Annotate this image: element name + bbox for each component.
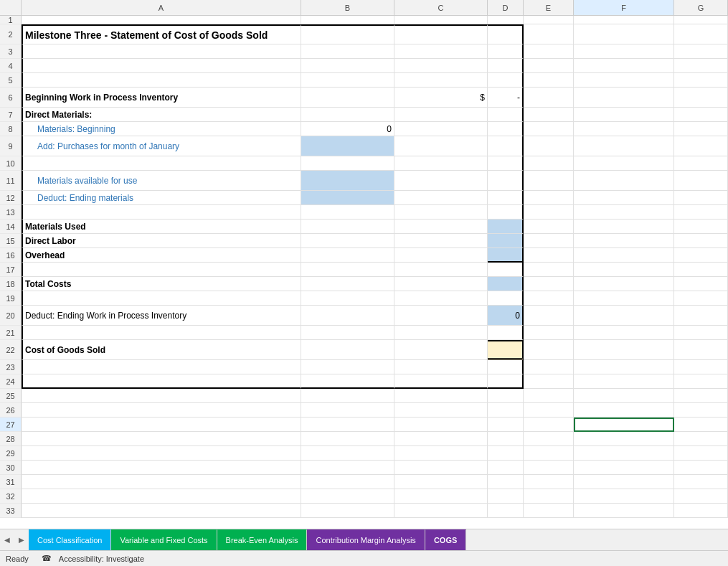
cell-c4[interactable] [394,59,488,73]
cell-e22[interactable] [524,340,574,360]
cell-g17[interactable] [674,263,728,277]
cell-a22[interactable]: Cost of Goods Sold [22,340,301,360]
cell-f12[interactable] [574,191,674,205]
cell-b17[interactable] [301,263,394,277]
cell-b19[interactable] [301,291,394,306]
cell-f8[interactable] [574,122,674,136]
cell-b15[interactable] [301,234,394,248]
cell-e30[interactable] [524,461,574,475]
cell-d32[interactable] [488,489,524,504]
cell-g15[interactable] [674,234,728,248]
cell-a10[interactable] [22,156,301,171]
cell-d5[interactable] [488,73,524,88]
cell-f18[interactable] [574,277,674,291]
cell-f24[interactable] [574,374,674,389]
cell-g25[interactable] [674,389,728,403]
cell-g30[interactable] [674,461,728,475]
col-header-e[interactable]: E [524,0,574,15]
cell-d31[interactable] [488,475,524,489]
cell-c26[interactable] [394,403,488,418]
cell-e2[interactable] [524,24,574,44]
cell-b26[interactable] [301,403,394,418]
cell-d11[interactable] [488,171,524,191]
cell-g13[interactable] [674,205,728,220]
cell-c17[interactable] [394,263,488,277]
cell-d22[interactable] [488,340,524,360]
cell-g33[interactable] [674,504,728,518]
cell-f30[interactable] [574,461,674,475]
col-header-g[interactable]: G [674,0,728,15]
cell-a29[interactable] [22,446,301,461]
cell-g29[interactable] [674,446,728,461]
cell-b27[interactable] [301,418,394,432]
col-header-c[interactable]: C [394,0,488,15]
cell-e1[interactable] [524,16,574,24]
col-header-d[interactable]: D [488,0,524,15]
cell-e8[interactable] [524,122,574,136]
cell-c3[interactable] [394,44,488,59]
cell-d23[interactable] [488,360,524,374]
cell-e11[interactable] [524,171,574,191]
cell-c30[interactable] [394,461,488,475]
cell-a26[interactable] [22,403,301,418]
cell-e9[interactable] [524,136,574,156]
cell-d4[interactable] [488,59,524,73]
cell-d17[interactable] [488,263,524,277]
cell-a5[interactable] [22,73,301,88]
cell-g9[interactable] [674,136,728,156]
cell-a16[interactable]: Overhead [22,248,301,263]
cell-c29[interactable] [394,446,488,461]
cell-c28[interactable] [394,432,488,446]
cell-g5[interactable] [674,73,728,88]
cell-e12[interactable] [524,191,574,205]
cell-g21[interactable] [674,326,728,340]
tab-break-even[interactable]: Break-Even Analysis [217,529,308,550]
cell-e14[interactable] [524,220,574,234]
cell-b5[interactable] [301,73,394,88]
cell-d20[interactable]: 0 [488,306,524,326]
cell-g18[interactable] [674,277,728,291]
cell-g4[interactable] [674,59,728,73]
cell-b30[interactable] [301,461,394,475]
tab-contribution-margin[interactable]: Contribution Margin Analysis [307,529,425,550]
cell-a12[interactable]: Deduct: Ending materials [22,191,301,205]
cell-d14[interactable] [488,220,524,234]
cell-e32[interactable] [524,489,574,504]
cell-a23[interactable] [22,360,301,374]
cell-a4[interactable] [22,59,301,73]
cell-g19[interactable] [674,291,728,306]
cell-f2[interactable] [574,24,674,44]
cell-e29[interactable] [524,446,574,461]
cell-g28[interactable] [674,432,728,446]
cell-b31[interactable] [301,475,394,489]
cell-a17[interactable] [22,263,301,277]
cell-f11[interactable] [574,171,674,191]
cell-b12[interactable] [301,191,394,205]
cell-b32[interactable] [301,489,394,504]
cell-e3[interactable] [524,44,574,59]
cell-e20[interactable] [524,306,574,326]
cell-g14[interactable] [674,220,728,234]
cell-d29[interactable] [488,446,524,461]
cell-a27[interactable] [22,418,301,432]
cell-e15[interactable] [524,234,574,248]
cell-e18[interactable] [524,277,574,291]
cell-f28[interactable] [574,432,674,446]
cell-d12[interactable] [488,191,524,205]
cell-g26[interactable] [674,403,728,418]
cell-g23[interactable] [674,360,728,374]
cell-c22[interactable] [394,340,488,360]
cell-b21[interactable] [301,326,394,340]
cell-a9[interactable]: Add: Purchases for month of January [22,136,301,156]
cell-b4[interactable] [301,59,394,73]
cell-g10[interactable] [674,156,728,171]
cell-g27[interactable] [674,418,728,432]
cell-d24[interactable] [488,374,524,389]
cell-e7[interactable] [524,108,574,122]
cell-d18[interactable] [488,277,524,291]
cell-b16[interactable] [301,248,394,263]
cell-d30[interactable] [488,461,524,475]
cell-g12[interactable] [674,191,728,205]
cell-d13[interactable] [488,205,524,220]
cell-c7[interactable] [394,108,488,122]
